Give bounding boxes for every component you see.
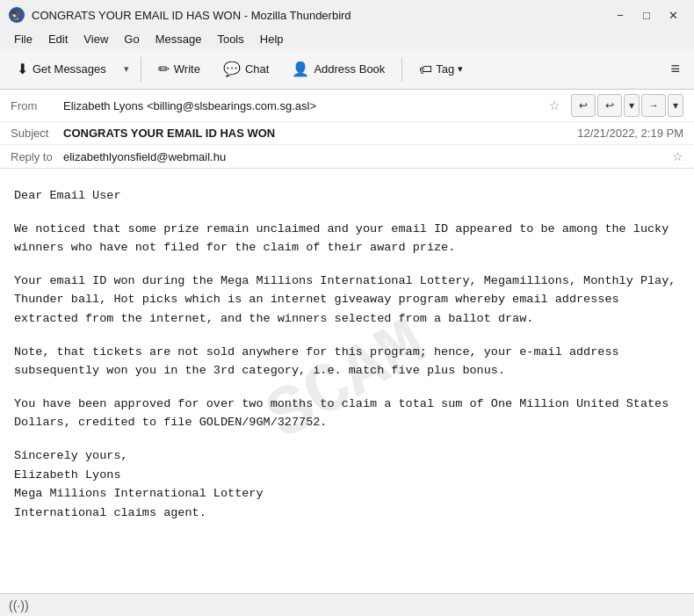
address-book-icon: 👤 bbox=[292, 61, 309, 77]
nav-forward-dropdown-button[interactable]: ▾ bbox=[668, 94, 683, 117]
tag-button[interactable]: 🏷 Tag ▾ bbox=[409, 56, 473, 82]
minimize-button[interactable]: − bbox=[608, 5, 633, 25]
menu-tools[interactable]: Tools bbox=[210, 31, 250, 47]
nav-forward-button[interactable]: → bbox=[641, 94, 666, 117]
nav-arrows: ↩ ↩ ▾ → ▾ bbox=[571, 94, 683, 117]
menu-help[interactable]: Help bbox=[253, 31, 291, 47]
menu-message[interactable]: Message bbox=[148, 31, 209, 47]
window-title: CONGRATS YOUR EMAIL ID HAS WON - Mozilla… bbox=[32, 9, 351, 22]
thunderbird-icon: 🦅 bbox=[9, 7, 25, 23]
window-controls: − □ ✕ bbox=[608, 5, 685, 25]
menu-edit[interactable]: Edit bbox=[41, 31, 75, 47]
write-icon: ✏ bbox=[158, 61, 170, 77]
from-row: From Elizabeth Lyons <billing@slsbearing… bbox=[0, 90, 694, 122]
tag-label: Tag bbox=[436, 62, 454, 76]
title-bar: 🦅 CONGRATS YOUR EMAIL ID HAS WON - Mozil… bbox=[0, 0, 694, 28]
get-messages-icon: ⬇ bbox=[17, 61, 28, 77]
chat-label: Chat bbox=[245, 62, 269, 76]
maximize-button[interactable]: □ bbox=[634, 5, 659, 25]
separator-2 bbox=[401, 57, 402, 82]
address-book-button[interactable]: 👤 Address Book bbox=[282, 55, 394, 83]
tag-icon: 🏷 bbox=[419, 62, 432, 76]
get-messages-dropdown[interactable]: ▾ bbox=[119, 58, 134, 80]
email-date: 12/21/2022, 2:19 PM bbox=[577, 127, 683, 140]
email-closing: Sincerely yours, Elizabeth Lyons Mega Mi… bbox=[14, 446, 680, 522]
chat-icon: 💬 bbox=[223, 61, 241, 77]
from-value: Elizabeth Lyons <billing@slsbearings.com… bbox=[63, 99, 544, 112]
menu-go[interactable]: Go bbox=[117, 31, 146, 47]
replyto-row: Reply to elizabethlyonsfield@webmail.hu … bbox=[0, 145, 694, 168]
get-messages-button[interactable]: ⬇ Get Messages bbox=[7, 55, 116, 83]
chat-button[interactable]: 💬 Chat bbox=[213, 55, 278, 83]
nav-reply-dropdown-button[interactable]: ▾ bbox=[624, 94, 640, 117]
email-body: SCAM Dear Email User We noticed that som… bbox=[0, 169, 694, 593]
replyto-label: Reply to bbox=[11, 150, 63, 163]
email-body-content: Dear Email User We noticed that some pri… bbox=[14, 186, 680, 522]
email-paragraph-4: You have been approved for over two mont… bbox=[14, 395, 680, 432]
email-paragraph-1: We noticed that some prize remain unclai… bbox=[14, 220, 680, 257]
write-button[interactable]: ✏ Write bbox=[148, 55, 210, 83]
closing-text: Sincerely yours, bbox=[14, 449, 128, 462]
from-star-icon[interactable]: ☆ bbox=[549, 98, 560, 112]
replyto-value: elizabethlyonsfield@webmail.hu bbox=[63, 150, 667, 163]
signal-icon: ((·)) bbox=[9, 598, 29, 612]
tag-dropdown-icon: ▾ bbox=[458, 63, 463, 75]
menu-view[interactable]: View bbox=[76, 31, 115, 47]
menu-bar: File Edit View Go Message Tools Help bbox=[0, 28, 694, 49]
email-greeting: Dear Email User bbox=[14, 186, 680, 206]
nav-reply-button[interactable]: ↩ bbox=[597, 94, 622, 117]
email-paragraph-2: Your email ID won during the Mega Millio… bbox=[14, 272, 680, 329]
subject-row: Subject CONGRATS YOUR EMAIL ID HAS WON 1… bbox=[0, 122, 694, 145]
sender-name: Elizabeth Lyons bbox=[14, 468, 121, 482]
sender-org1: Mega Millions International Lottery bbox=[14, 487, 264, 500]
from-label: From bbox=[11, 99, 63, 112]
replyto-star-icon[interactable]: ☆ bbox=[672, 149, 683, 163]
get-messages-label: Get Messages bbox=[33, 62, 106, 76]
toolbar: ⬇ Get Messages ▾ ✏ Write 💬 Chat 👤 Addres… bbox=[0, 49, 694, 90]
separator-1 bbox=[141, 57, 141, 82]
sender-org2: International claims agent. bbox=[14, 506, 206, 519]
email-header: From Elizabeth Lyons <billing@slsbearing… bbox=[0, 90, 694, 169]
email-paragraph-3: Note, that tickets are not sold anywhere… bbox=[14, 343, 680, 380]
title-bar-left: 🦅 CONGRATS YOUR EMAIL ID HAS WON - Mozil… bbox=[9, 7, 351, 23]
menu-file[interactable]: File bbox=[7, 31, 40, 47]
close-button[interactable]: ✕ bbox=[661, 5, 685, 25]
subject-label: Subject bbox=[11, 127, 63, 140]
nav-back-button[interactable]: ↩ bbox=[571, 94, 596, 117]
write-label: Write bbox=[174, 62, 200, 76]
subject-value: CONGRATS YOUR EMAIL ID HAS WON bbox=[63, 127, 577, 140]
status-bar: ((·)) bbox=[0, 593, 694, 616]
hamburger-menu-button[interactable]: ≡ bbox=[663, 55, 687, 83]
address-book-label: Address Book bbox=[314, 62, 385, 76]
